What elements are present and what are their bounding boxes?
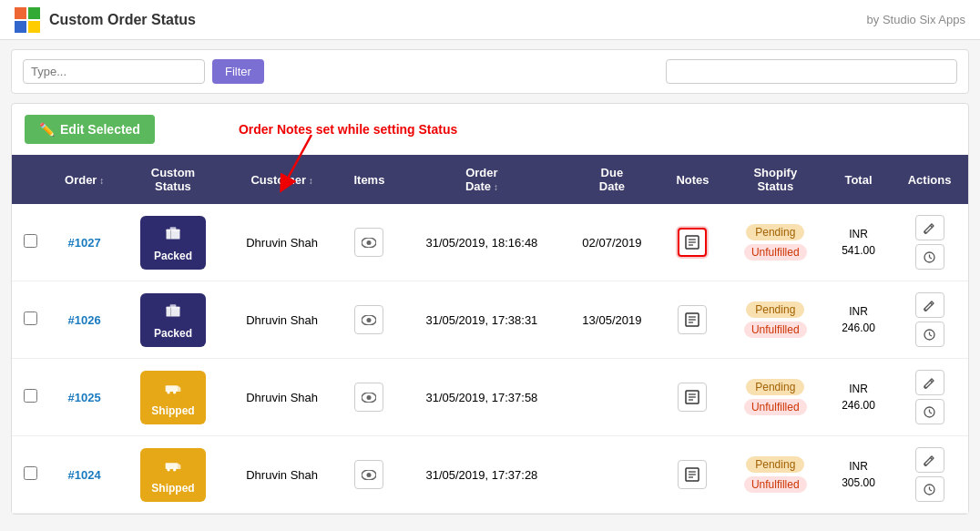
edit-action-button-row-1027[interactable] [915, 215, 944, 240]
row-custom-status[interactable]: Shipped [120, 436, 225, 514]
col-total: Total [826, 155, 891, 204]
row-checkbox-row-1024[interactable] [24, 466, 37, 480]
row-notes [660, 281, 724, 359]
svg-point-55 [167, 468, 169, 471]
top-bar: Custom Order Status by Studio Six Apps [0, 0, 980, 40]
order-link-row-1027[interactable]: #1027 [68, 236, 101, 250]
notes-icon [685, 312, 699, 327]
filter-search2[interactable] [666, 59, 957, 84]
order-link-row-1026[interactable]: #1026 [68, 313, 101, 327]
filter-button[interactable]: Filter [212, 59, 264, 84]
row-custom-status[interactable]: Packed [120, 281, 225, 359]
clock-icon-action [924, 484, 935, 495]
row-customer: Dhruvin Shah [226, 436, 339, 514]
col-shopify-status: ShopifyStatus [725, 155, 826, 204]
app-title: Custom Order Status [49, 12, 867, 28]
notes-button-row-1026[interactable] [678, 305, 707, 334]
table-row: #1024 Shipped Dhruvin Shah 31/05/2019, 1… [12, 436, 968, 514]
edit-selected-button[interactable]: ✏️ Edit Selected [25, 115, 155, 144]
history-action-button-row-1026[interactable] [915, 322, 944, 347]
table-header-row: Order CustomStatus Customer Items OrderD… [12, 155, 968, 204]
items-view-button-row-1024[interactable] [354, 460, 383, 489]
svg-rect-37 [166, 385, 178, 392]
table-row: #1026 Packed Dhruvin Shah 31/05/2019, 17… [12, 281, 968, 359]
clock-icon-action [924, 329, 935, 341]
table-row: #1025 Shipped Dhruvin Shah 31/05/2019, 1… [12, 359, 968, 436]
items-view-button-row-1026[interactable] [354, 305, 383, 334]
row-total: INR305.00 [826, 436, 891, 514]
order-link-row-1024[interactable]: #1024 [68, 468, 101, 482]
row-shopify-status: Pending Unfulfilled [725, 204, 826, 281]
row-actions [891, 359, 968, 436]
svg-point-58 [367, 473, 372, 477]
payment-status-row-1025: Pending [746, 379, 804, 395]
row-checkbox-row-1027[interactable] [24, 234, 37, 248]
history-action-button-row-1025[interactable] [915, 399, 944, 424]
row-custom-status[interactable]: Packed [120, 204, 225, 281]
history-action-button-row-1027[interactable] [915, 244, 944, 270]
row-checkbox-row-1025[interactable] [24, 389, 37, 403]
col-order-date[interactable]: OrderDate [400, 155, 563, 204]
svg-rect-2 [15, 21, 26, 33]
eye-icon [362, 393, 376, 403]
history-action-button-row-1024[interactable] [915, 476, 944, 502]
shopify-status-wrap-row-1027: Pending Unfulfilled [734, 224, 817, 260]
edit-action-button-row-1026[interactable] [915, 292, 944, 318]
edit-action-button-row-1025[interactable] [915, 370, 944, 395]
col-due-date: DueDate [564, 155, 661, 204]
row-order-number: #1024 [48, 436, 120, 514]
row-checkbox-cell [12, 204, 48, 281]
notes-button-row-1024[interactable] [678, 460, 707, 489]
col-notes: Notes [660, 155, 724, 204]
payment-status-row-1026: Pending [746, 301, 804, 318]
notes-button-row-1027[interactable] [678, 228, 707, 257]
row-notes [660, 359, 724, 436]
svg-rect-8 [170, 227, 177, 230]
row-customer: Dhruvin Shah [226, 204, 339, 281]
svg-point-42 [367, 395, 372, 400]
svg-rect-3 [28, 21, 40, 33]
toolbar: ✏️ Edit Selected Order Notes set while s… [12, 104, 968, 155]
svg-marker-38 [178, 385, 180, 392]
notes-icon [685, 467, 699, 482]
row-due-date [564, 359, 661, 436]
row-total: INR246.00 [826, 359, 891, 436]
status-icon-row-1025 [164, 378, 182, 401]
status-label-row-1026: Packed [154, 327, 192, 340]
items-view-button-row-1027[interactable] [354, 228, 383, 257]
status-badge-row-1025[interactable]: Shipped [140, 371, 206, 424]
notes-button-row-1025[interactable] [678, 383, 707, 412]
row-total: INR246.00 [826, 281, 891, 359]
row-shopify-status: Pending Unfulfilled [725, 436, 826, 514]
status-badge-row-1024[interactable]: Shipped [140, 448, 206, 502]
notes-icon [685, 235, 699, 250]
row-order-number: #1027 [48, 204, 120, 281]
main-content: ✏️ Edit Selected Order Notes set while s… [11, 103, 969, 515]
status-badge-row-1026[interactable]: Packed [140, 293, 206, 347]
svg-rect-24 [170, 304, 177, 307]
orders-table: Order CustomStatus Customer Items OrderD… [12, 155, 968, 514]
order-link-row-1025[interactable]: #1025 [68, 391, 101, 404]
app-logo [15, 7, 40, 33]
action-wrap-row-1027 [900, 215, 959, 270]
shopify-status-wrap-row-1024: Pending Unfulfilled [734, 456, 817, 493]
row-checkbox-cell [12, 359, 48, 436]
row-checkbox-row-1026[interactable] [24, 311, 37, 325]
edit-icon-action [924, 377, 935, 389]
col-order[interactable]: Order [48, 155, 120, 204]
status-badge-row-1027[interactable]: Packed [140, 216, 206, 270]
filter-input[interactable] [23, 59, 205, 84]
svg-rect-1 [28, 7, 40, 19]
edit-icon-action [924, 222, 935, 234]
row-items [339, 204, 401, 281]
col-actions: Actions [891, 155, 968, 204]
row-custom-status[interactable]: Shipped [120, 359, 225, 436]
items-view-button-row-1025[interactable] [354, 383, 383, 412]
status-icon-row-1026 [164, 301, 182, 323]
svg-point-56 [173, 468, 176, 471]
col-customer[interactable]: Customer [226, 155, 339, 204]
clock-icon-action [924, 251, 935, 263]
svg-rect-0 [15, 7, 26, 19]
edit-action-button-row-1024[interactable] [915, 447, 944, 473]
row-actions [891, 281, 968, 359]
